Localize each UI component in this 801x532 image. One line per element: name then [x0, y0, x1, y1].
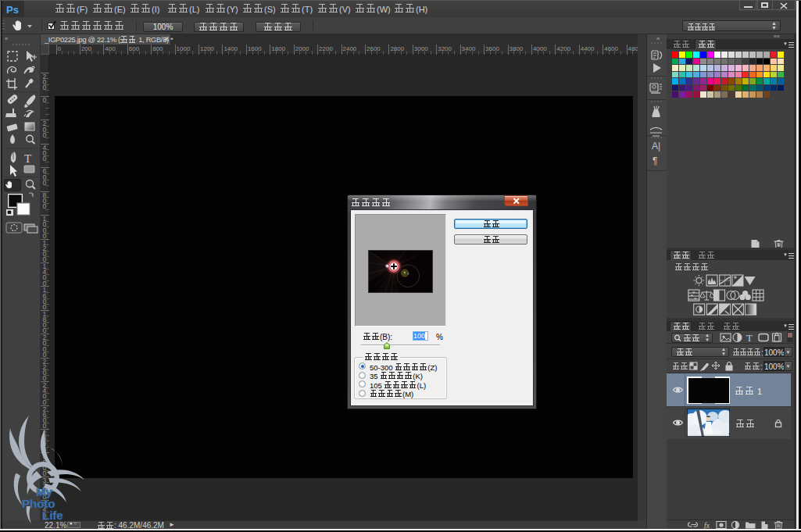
svg-text:Life: Life: [42, 509, 63, 522]
svg-text:T: T: [24, 152, 31, 165]
svg-text:T: T: [746, 332, 753, 344]
svg-text:fx: fx: [704, 522, 710, 530]
